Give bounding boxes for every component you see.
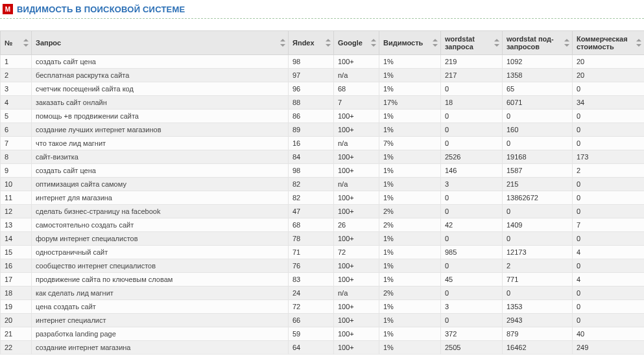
cell-visibility: 1% (379, 273, 441, 287)
col-yandex[interactable]: Яndex (289, 31, 334, 55)
col-visibility[interactable]: Видимость (379, 31, 441, 55)
table-row[interactable]: 11интернет для магазина82100+1%013862672… (1, 191, 645, 205)
cell-google: 26 (334, 218, 379, 232)
table-row[interactable]: 21разработка landing page59100+1%3728794… (1, 327, 645, 341)
cell-yandex: 83 (289, 273, 334, 287)
cell-commercial: 0 (573, 178, 645, 191)
cell-google: 68 (334, 82, 379, 96)
col-commercial[interactable]: Коммерческая стоимость (573, 31, 645, 55)
sort-icon[interactable] (636, 39, 641, 47)
cell-wordstat-q: 146 (441, 164, 503, 178)
visibility-table: № Запрос Яndex Google Видимость wordstat… (0, 30, 644, 355)
cell-commercial: 0 (573, 232, 645, 246)
cell-commercial: 4 (573, 273, 645, 287)
table-row[interactable]: 10оптимизация сайта самому82n/a1%32150 (1, 178, 645, 191)
cell-wordstat-q: 0 (441, 82, 503, 96)
table-row[interactable]: 4заказать сайт онлайн88717%18607134 (1, 96, 645, 110)
cell-yandex: 72 (289, 300, 334, 314)
col-google[interactable]: Google (334, 31, 379, 55)
table-row[interactable]: 7что такое лид магнит16n/a7%000 (1, 137, 645, 150)
cell-commercial: 0 (573, 82, 645, 96)
cell-wordstat-q: 18 (441, 96, 503, 110)
cell-wordstat-sub: 2943 (503, 314, 573, 327)
sort-icon[interactable] (433, 39, 438, 47)
cell-google: 7 (334, 96, 379, 110)
cell-google: 100+ (334, 232, 379, 246)
table-row[interactable]: 16сообщество интернет специалистов76100+… (1, 259, 645, 273)
table-row[interactable]: 14форум интернет специалистов78100+1%000 (1, 232, 645, 246)
cell-num: 13 (1, 218, 32, 232)
cell-num: 4 (1, 96, 32, 110)
table-row[interactable]: 5помощь +в продвижении сайта86100+1%000 (1, 110, 645, 123)
cell-google: 100+ (334, 55, 379, 69)
sort-icon[interactable] (326, 39, 331, 47)
table-row[interactable]: 20интернет специалист66100+1%029430 (1, 314, 645, 327)
cell-query: оптимизация сайта самому (32, 178, 289, 191)
table-row[interactable]: 13самостоятельно создать сайт68262%42140… (1, 218, 645, 232)
cell-visibility: 1% (379, 327, 441, 341)
col-yandex-label: Яndex (292, 39, 315, 47)
cell-visibility: 1% (379, 69, 441, 82)
cell-num: 6 (1, 123, 32, 137)
col-query[interactable]: Запрос (32, 31, 289, 55)
sort-icon[interactable] (280, 39, 285, 47)
cell-wordstat-q: 3 (441, 178, 503, 191)
cell-commercial: 2 (573, 164, 645, 178)
cell-query: сделать бизнес-страницу на facebook (32, 205, 289, 218)
cell-yandex: 71 (289, 246, 334, 259)
cell-yandex: 66 (289, 314, 334, 327)
cell-visibility: 2% (379, 205, 441, 218)
table-row[interactable]: 3счетчик посещений сайта код96681%0650 (1, 82, 645, 96)
sort-icon[interactable] (494, 39, 499, 47)
table-row[interactable]: 12сделать бизнес-страницу на facebook471… (1, 205, 645, 218)
cell-query: сообщество интернет специалистов (32, 259, 289, 273)
cell-wordstat-sub: 2 (503, 259, 573, 273)
table-row[interactable]: 9создать сайт цена98100+1%14615872 (1, 164, 645, 178)
table-row[interactable]: 18как сделать лид магнит24n/a2%000 (1, 287, 645, 300)
cell-yandex: 88 (289, 96, 334, 110)
cell-visibility: 1% (379, 150, 441, 164)
cell-yandex: 78 (289, 232, 334, 246)
sort-icon[interactable] (564, 39, 569, 47)
table-row[interactable]: 15одностраничный сайт71721%985121734 (1, 246, 645, 259)
cell-num: 22 (1, 341, 32, 355)
cell-yandex: 86 (289, 110, 334, 123)
cell-wordstat-sub: 215 (503, 178, 573, 191)
cell-commercial: 173 (573, 150, 645, 164)
table-row[interactable]: 6создание лучших интернет магазинов89100… (1, 123, 645, 137)
cell-yandex: 84 (289, 150, 334, 164)
cell-query: интернет специалист (32, 314, 289, 327)
cell-num: 5 (1, 110, 32, 123)
cell-google: 100+ (334, 300, 379, 314)
col-num[interactable]: № (1, 31, 32, 55)
cell-query: цена создать сайт (32, 300, 289, 314)
table-row[interactable]: 19цена создать сайт72100+1%313530 (1, 300, 645, 314)
cell-google: 100+ (334, 123, 379, 137)
cell-yandex: 16 (289, 137, 334, 150)
cell-yandex: 96 (289, 82, 334, 96)
table-row[interactable]: 2бесплатная раскрутка сайта97n/a1%217135… (1, 69, 645, 82)
cell-wordstat-q: 0 (441, 232, 503, 246)
table-row[interactable]: 22создание интернет магазина64100+1%2505… (1, 341, 645, 355)
table-row[interactable]: 17продвижение сайта по ключевым словам83… (1, 273, 645, 287)
cell-visibility: 17% (379, 96, 441, 110)
table-row[interactable]: 8сайт-визитка84100+1%252619168173 (1, 150, 645, 164)
cell-wordstat-sub: 879 (503, 327, 573, 341)
cell-wordstat-sub: 771 (503, 273, 573, 287)
sort-icon[interactable] (23, 39, 29, 47)
col-wordstat-sub[interactable]: wordstat под-запросов (503, 31, 573, 55)
cell-num: 10 (1, 178, 32, 191)
cell-google: 100+ (334, 273, 379, 287)
cell-wordstat-q: 0 (441, 287, 503, 300)
col-google-label: Google (338, 39, 363, 47)
cell-yandex: 68 (289, 218, 334, 232)
cell-yandex: 59 (289, 327, 334, 341)
sort-icon[interactable] (371, 39, 376, 47)
cell-google: 100+ (334, 341, 379, 355)
cell-yandex: 47 (289, 205, 334, 218)
cell-wordstat-q: 2526 (441, 150, 503, 164)
cell-query: счетчик посещений сайта код (32, 82, 289, 96)
table-row[interactable]: 1создать сайт цена98100+1%219109220 (1, 55, 645, 69)
col-wordstat-q[interactable]: wordstat запроса (441, 31, 503, 55)
cell-wordstat-sub: 1358 (503, 69, 573, 82)
